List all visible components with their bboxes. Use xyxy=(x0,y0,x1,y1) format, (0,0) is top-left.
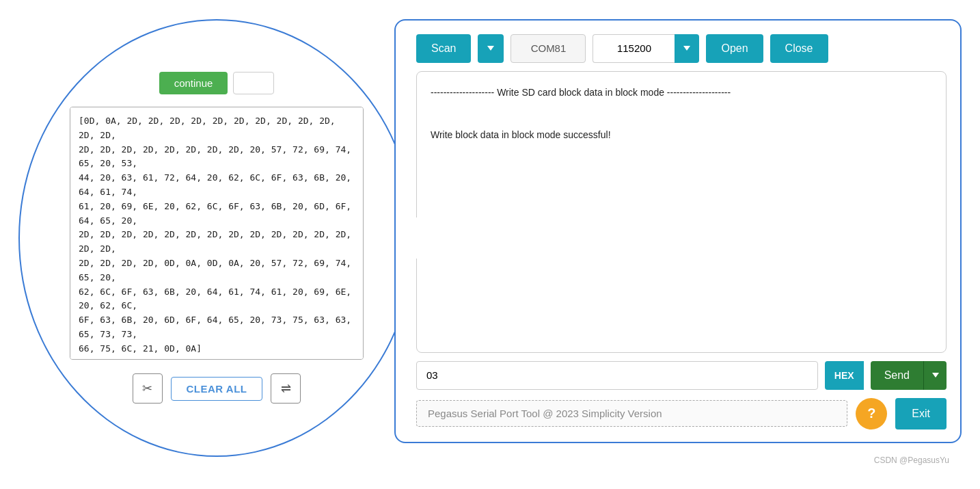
send-input[interactable] xyxy=(416,361,818,390)
dropdown-arrow-icon xyxy=(487,46,494,51)
output-area: -------------------- Write SD card block… xyxy=(416,71,947,353)
port-dropdown-button[interactable] xyxy=(478,34,504,63)
send-button[interactable]: Send xyxy=(871,361,923,390)
exit-button[interactable]: Exit xyxy=(895,398,947,429)
scan-button[interactable]: Scan xyxy=(416,34,471,63)
baud-dropdown-button[interactable] xyxy=(675,34,699,63)
hex-display[interactable]: [0D, 0A, 2D, 2D, 2D, 2D, 2D, 2D, 2D, 2D,… xyxy=(70,107,364,360)
filter-icon: ⇌ xyxy=(281,381,291,396)
footer-row: Pegasus Serial Port Tool @ 2023 Simplici… xyxy=(416,398,947,429)
left-panel: continue [0D, 0A, 2D, 2D, 2D, 2D, 2D, 2D… xyxy=(18,19,415,457)
send-dropdown-button[interactable] xyxy=(923,361,947,390)
output-line-2 xyxy=(431,105,932,122)
output-line-1: -------------------- Write SD card block… xyxy=(431,84,932,101)
close-button[interactable]: Close xyxy=(770,34,828,63)
open-button[interactable]: Open xyxy=(706,34,763,63)
clear-all-button[interactable]: CLEAR ALL xyxy=(171,377,263,401)
baud-rate-input[interactable] xyxy=(593,34,675,63)
app-title: Pegasus Serial Port Tool @ 2023 Simplici… xyxy=(416,400,847,427)
format-icon-button[interactable]: ✂ xyxy=(133,373,163,404)
send-dropdown-arrow-icon xyxy=(932,373,939,378)
continue-input[interactable] xyxy=(233,72,274,94)
watermark: CSDN @PegasusYu xyxy=(874,455,949,465)
right-panel: Scan Open Close -------------------- Wri… xyxy=(394,19,962,443)
filter-icon-button[interactable]: ⇌ xyxy=(271,373,301,404)
send-row: HEX Send xyxy=(416,361,947,390)
output-line-3: Write block data in block mode successfu… xyxy=(431,127,932,144)
help-button[interactable]: ? xyxy=(856,398,887,429)
baud-dropdown-arrow-icon xyxy=(683,46,690,51)
toolbar: Scan Open Close xyxy=(416,34,947,63)
hex-label: HEX xyxy=(825,361,864,390)
continue-button[interactable]: continue xyxy=(159,72,228,94)
com-port-input[interactable] xyxy=(511,34,586,63)
scissors-icon: ✂ xyxy=(142,381,152,396)
